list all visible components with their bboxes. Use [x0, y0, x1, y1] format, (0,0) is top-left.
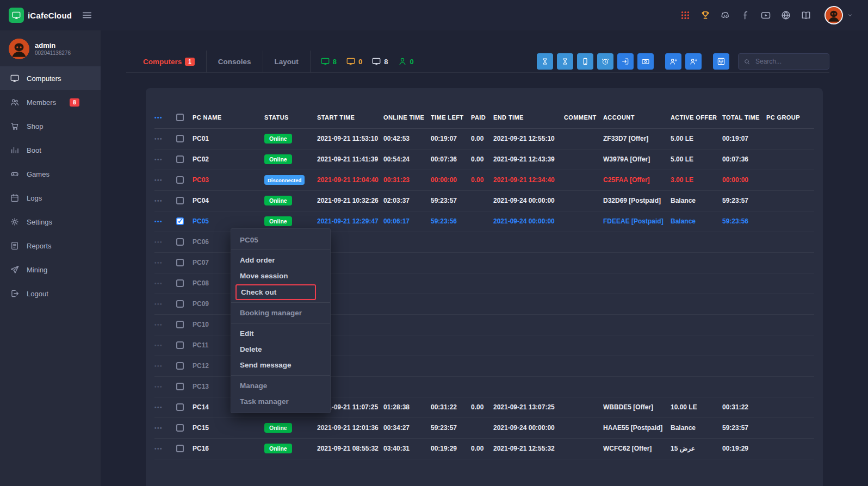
row-checkbox[interactable]	[176, 238, 184, 246]
row-menu-icon[interactable]: •••	[154, 136, 163, 142]
user-plus-button[interactable]	[665, 53, 681, 70]
tab-computers[interactable]: Computers1	[132, 51, 207, 72]
menu-item-move-session[interactable]: Move session	[231, 268, 330, 284]
row-checkbox[interactable]	[176, 362, 184, 370]
row-checkbox[interactable]	[176, 176, 184, 184]
cell-time-left	[431, 273, 471, 294]
status-badge: Online	[264, 134, 292, 144]
row-menu-icon[interactable]: •••	[154, 425, 163, 431]
row-menu-icon[interactable]: •••	[154, 198, 163, 204]
menu-item-send-message[interactable]: Send message	[231, 357, 330, 373]
row-checkbox[interactable]	[176, 445, 184, 452]
youtube-icon[interactable]	[760, 10, 771, 21]
table-row-pc04[interactable]: •••PC04Online2021-09-21 10:32:2602:03:37…	[154, 190, 814, 211]
row-checkbox[interactable]	[176, 341, 184, 349]
menu-item-check-out[interactable]: Check out	[235, 284, 316, 300]
apps-grid-icon[interactable]	[680, 10, 691, 21]
book-icon[interactable]	[801, 10, 811, 21]
menu-item-booking-manager[interactable]: Booking manager	[231, 305, 330, 321]
table-row-pc15[interactable]: •••PC15Online2021-09-21 12:01:3600:34:27…	[154, 418, 814, 438]
cell-comment	[564, 418, 603, 438]
discord-icon[interactable]	[720, 10, 731, 21]
header-ellipsis-icon[interactable]: •••	[154, 115, 163, 121]
sidebar-item-logout[interactable]: Logout	[0, 282, 101, 306]
row-menu-icon[interactable]: •••	[154, 363, 163, 369]
hourglass-button[interactable]	[557, 53, 573, 70]
menu-item-task-manager[interactable]: Task manager	[231, 394, 330, 409]
sidebar-item-settings[interactable]: Settings	[0, 210, 101, 234]
row-menu-icon[interactable]: •••	[154, 260, 163, 266]
tab-consoles[interactable]: Consoles	[207, 51, 263, 72]
row-menu-icon[interactable]: •••	[154, 404, 163, 410]
sign-out-button[interactable]	[617, 53, 634, 70]
row-checkbox[interactable]	[176, 279, 184, 287]
row-menu-icon[interactable]: •••	[154, 239, 163, 245]
cell-online-time	[383, 273, 431, 294]
sidebar-item-boot[interactable]: Boot	[0, 138, 101, 162]
brand[interactable]: iCafeCloud	[9, 8, 72, 23]
menu-item-edit[interactable]: Edit	[231, 326, 330, 341]
row-menu-icon[interactable]: •••	[154, 301, 163, 307]
cell-comment	[564, 232, 603, 252]
sidebar-item-mining[interactable]: Mining	[0, 258, 101, 282]
sidebar-user-card[interactable]: admin 002041136276	[0, 30, 101, 66]
sidebar-item-logs[interactable]: Logs	[0, 186, 101, 210]
row-menu-icon[interactable]: •••	[154, 446, 163, 452]
sidebar-item-computers[interactable]: Computers	[0, 66, 101, 90]
sidebar-item-reports[interactable]: Reports	[0, 234, 101, 258]
cell-active-offer	[671, 356, 722, 376]
row-menu-icon[interactable]: •••	[154, 219, 163, 225]
row-menu-icon[interactable]: •••	[154, 157, 163, 163]
cell-time-left: 00:00:00	[431, 170, 471, 190]
row-menu-icon[interactable]: •••	[154, 281, 163, 286]
profile-menu[interactable]	[824, 6, 854, 24]
monitor-box-button[interactable]	[713, 53, 729, 70]
row-menu-icon[interactable]: •••	[154, 342, 163, 348]
cash-button[interactable]	[637, 53, 654, 70]
hourglass-button[interactable]	[537, 53, 553, 70]
sidebar-item-label: Shop	[27, 122, 43, 130]
row-checkbox[interactable]	[176, 217, 184, 225]
cell-start-time: 2021-09-21 08:55:32	[317, 438, 383, 459]
menu-item-manage[interactable]: Manage	[231, 378, 330, 394]
row-menu-icon[interactable]: •••	[154, 384, 163, 390]
cell-total-time	[722, 356, 766, 376]
facebook-icon[interactable]	[740, 10, 751, 21]
alarm-button[interactable]	[597, 53, 613, 70]
sidebar-item-members[interactable]: Members8	[0, 90, 101, 114]
table-row-pc16[interactable]: •••PC16Online2021-09-21 08:55:3203:40:31…	[154, 438, 814, 459]
row-checkbox[interactable]	[176, 300, 184, 308]
table-row-pc03[interactable]: •••PC03Disconnected2021-09-21 12:04:4000…	[154, 170, 814, 190]
row-checkbox[interactable]	[176, 321, 184, 328]
table-row-pc01[interactable]: •••PC01Online2021-09-21 11:53:1000:42:53…	[154, 128, 814, 149]
select-all-checkbox[interactable]	[176, 114, 184, 121]
trophy-icon[interactable]	[700, 10, 711, 21]
cell-pc-name: PC16	[193, 438, 264, 459]
row-menu-icon[interactable]: •••	[154, 177, 163, 183]
sidebar-item-label: Games	[27, 170, 49, 178]
menu-item-delete[interactable]: Delete	[231, 341, 330, 357]
sidebar-item-shop[interactable]: Shop	[0, 114, 101, 138]
row-checkbox[interactable]	[176, 383, 184, 390]
row-checkbox[interactable]	[176, 155, 184, 163]
cell-account: WBBDE5 [Offer]	[603, 397, 671, 418]
row-checkbox[interactable]	[176, 197, 184, 204]
row-checkbox[interactable]	[176, 259, 184, 266]
row-checkbox[interactable]	[176, 403, 184, 411]
row-checkbox[interactable]	[176, 135, 184, 142]
header-menu-cell: •••	[154, 107, 176, 128]
table-row-pc02[interactable]: •••PC02Online2021-09-21 11:41:3900:54:24…	[154, 149, 814, 170]
menu-item-add-order[interactable]: Add order	[231, 252, 330, 268]
user-plus-button[interactable]	[685, 53, 702, 70]
globe-icon[interactable]	[780, 10, 791, 21]
sidebar-item-games[interactable]: Games	[0, 162, 101, 186]
search-input[interactable]	[754, 57, 824, 66]
cell-active-offer	[671, 335, 722, 356]
row-menu-icon[interactable]: •••	[154, 322, 163, 328]
row-checkbox[interactable]	[176, 424, 184, 432]
tab-layout[interactable]: Layout	[263, 51, 311, 72]
hamburger-menu-icon[interactable]	[81, 9, 93, 21]
cell-row-menu: •••	[154, 438, 176, 459]
cell-checkbox	[176, 149, 193, 170]
phone-button[interactable]	[577, 53, 593, 70]
